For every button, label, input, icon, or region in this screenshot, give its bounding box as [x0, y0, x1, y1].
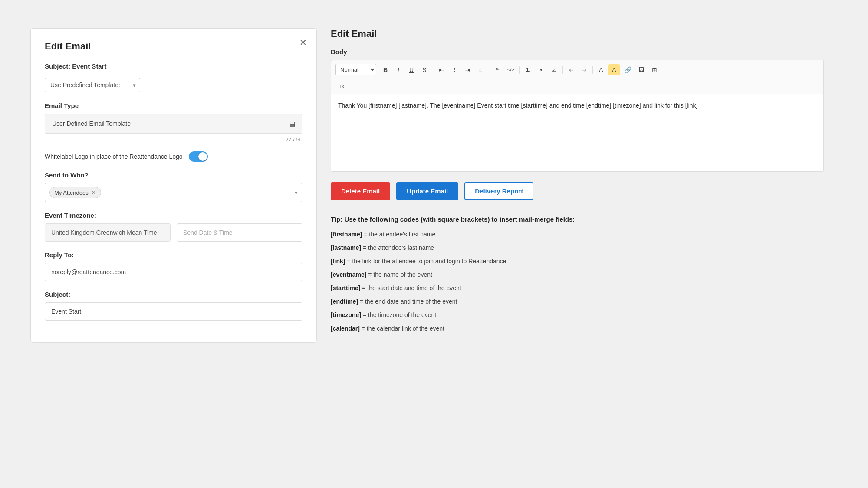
text-color-button[interactable]: A — [595, 64, 607, 75]
predefined-template-select[interactable]: Use Predefined Template: — [45, 78, 140, 92]
table-button[interactable]: ⊞ — [649, 64, 660, 75]
predefined-template-wrapper: Use Predefined Template: — [45, 78, 140, 92]
date-time-input[interactable]: Send Date & Time — [177, 223, 302, 242]
tip-code-link: [link] — [331, 258, 345, 265]
tip-code-timezone: [timezone] — [331, 311, 361, 318]
timezone-row: Event Timezone: United Kingdom,Greenwich… — [45, 212, 302, 242]
editor-content: Thank You [firstname] [lastname]. The [e… — [338, 102, 697, 109]
link-button[interactable]: 🔗 — [621, 64, 634, 75]
email-type-value: User Defined Email Template — [52, 120, 131, 127]
subject-input[interactable] — [45, 302, 302, 321]
toolbar: Normal Heading 1 Heading 2 Heading 3 B I… — [331, 60, 824, 79]
email-type-box: User Defined Email Template ▤ — [45, 114, 302, 134]
reply-to-field: Reply To: — [45, 251, 302, 281]
toolbar-second-row: Tx — [331, 79, 824, 94]
tip-calendar: [calendar] = the calendar link of the ev… — [331, 324, 824, 333]
highlight-button[interactable]: A — [608, 64, 620, 75]
tip-code-firstname: [firstname] — [331, 231, 362, 238]
align-center-button[interactable]: ⁝ — [449, 64, 460, 75]
reply-to-input[interactable] — [45, 263, 302, 281]
toolbar-divider-2 — [489, 66, 489, 74]
whitelabel-label: Whitelabel Logo in place of the Reattend… — [45, 153, 183, 160]
tip-desc-lastname: = the attendee's last name — [363, 244, 434, 251]
indent-increase-button[interactable]: ⇥ — [579, 64, 590, 75]
update-email-button[interactable]: Update Email — [396, 182, 458, 200]
subject-field: Subject: — [45, 291, 302, 321]
italic-button[interactable]: I — [393, 64, 404, 75]
send-to-label: Send to Who? — [45, 171, 302, 179]
subject-line: Subject: Event Start — [45, 62, 302, 70]
image-button[interactable]: 🖼 — [636, 64, 647, 75]
send-to-dropdown-icon: ▾ — [295, 190, 298, 196]
subject2-label: Subject: — [45, 291, 302, 298]
align-justify-button[interactable]: ≡ — [475, 64, 486, 75]
tip-code-lastname: [lastname] — [331, 244, 361, 251]
strikethrough-button[interactable]: S — [419, 64, 430, 75]
align-right-button[interactable]: ⇥ — [462, 64, 473, 75]
right-panel-title: Edit Email — [331, 28, 824, 39]
tip-starttime: [starttime] = the start date and time of… — [331, 284, 824, 293]
bold-button[interactable]: B — [380, 64, 391, 75]
send-to-wrapper[interactable]: My Attendees ✕ ▾ — [45, 183, 302, 202]
tip-lastname: [lastname] = the attendee's last name — [331, 243, 824, 252]
tip-desc-calendar: = the calendar link of the event — [362, 325, 444, 332]
indent-decrease-button[interactable]: ⇤ — [566, 64, 577, 75]
delete-email-button[interactable]: Delete Email — [331, 182, 390, 200]
checklist-button[interactable]: ☑ — [549, 64, 560, 75]
clear-format-button[interactable]: Tx — [335, 81, 347, 92]
subject-label: Subject: — [45, 62, 70, 70]
tip-firstname: [firstname] = the attendee's first name — [331, 230, 824, 239]
toolbar-divider-5 — [592, 66, 593, 74]
tip-desc-eventname: = the name of the event — [368, 271, 432, 278]
email-type-label: Email Type — [45, 102, 302, 109]
code-button[interactable]: </> — [505, 64, 517, 75]
page-wrapper: Edit Email ✕ Subject: Event Start Use Pr… — [30, 28, 838, 343]
tip-code-starttime: [starttime] — [331, 285, 360, 291]
send-to-left: My Attendees ✕ — [49, 187, 101, 198]
tip-title: Tip: Use the following codes (with squar… — [331, 216, 824, 223]
char-count: 27 / 50 — [45, 136, 302, 143]
tip-desc-firstname: = the attendee's first name — [364, 231, 435, 238]
tip-timezone: [timezone] = the timezone of the event — [331, 311, 824, 320]
timezone-input: United Kingdom,Greenwich Mean Time — [45, 223, 171, 242]
tag-label: My Attendees — [54, 190, 89, 196]
delivery-report-button[interactable]: Delivery Report — [464, 182, 533, 200]
whitelabel-row: Whitelabel Logo in place of the Reattend… — [45, 151, 302, 162]
subject-value: Event Start — [72, 62, 106, 70]
tip-code-calendar: [calendar] — [331, 325, 360, 332]
close-button[interactable]: ✕ — [299, 38, 307, 47]
tip-desc-link: = the link for the attendee to join and … — [347, 258, 506, 265]
left-panel: Edit Email ✕ Subject: Event Start Use Pr… — [30, 28, 317, 343]
tip-code-endtime: [endtime] — [331, 298, 358, 305]
whitelabel-toggle[interactable] — [189, 151, 208, 162]
format-select[interactable]: Normal Heading 1 Heading 2 Heading 3 — [335, 64, 376, 75]
underline-button[interactable]: U — [406, 64, 417, 75]
unordered-list-button[interactable]: • — [536, 64, 547, 75]
toolbar-divider-1 — [433, 66, 433, 74]
tip-eventname: [eventname] = the name of the event — [331, 270, 824, 279]
reply-to-label: Reply To: — [45, 251, 302, 259]
tip-code-eventname: [eventname] — [331, 271, 366, 278]
email-type-icon: ▤ — [289, 120, 295, 127]
ordered-list-button[interactable]: 1. — [523, 64, 534, 75]
editor-area[interactable]: Thank You [firstname] [lastname]. The [e… — [331, 94, 824, 172]
body-label: Body — [331, 48, 824, 56]
toolbar-divider-3 — [519, 66, 520, 74]
align-left-button[interactable]: ⇤ — [436, 64, 447, 75]
tag-remove-icon[interactable]: ✕ — [91, 189, 96, 196]
blockquote-button[interactable]: ❝ — [492, 64, 503, 75]
action-buttons: Delete Email Update Email Delivery Repor… — [331, 182, 824, 200]
timezone-label: Event Timezone: — [45, 212, 302, 219]
tip-desc-timezone: = the timezone of the event — [363, 311, 436, 318]
tip-desc-starttime: = the start date and time of the event — [362, 285, 461, 291]
tip-link: [link] = the link for the attendee to jo… — [331, 257, 824, 266]
left-panel-title: Edit Email — [45, 41, 302, 52]
timezone-inputs: United Kingdom,Greenwich Mean Time Send … — [45, 223, 302, 242]
right-panel: Edit Email Body Normal Heading 1 Heading… — [317, 28, 838, 343]
tip-endtime: [endtime] = the end date and time of the… — [331, 297, 824, 306]
tip-section: Tip: Use the following codes (with squar… — [331, 216, 824, 333]
send-to-tag: My Attendees ✕ — [49, 187, 101, 198]
toolbar-divider-4 — [562, 66, 563, 74]
tip-desc-endtime: = the end date and time of the event — [360, 298, 457, 305]
